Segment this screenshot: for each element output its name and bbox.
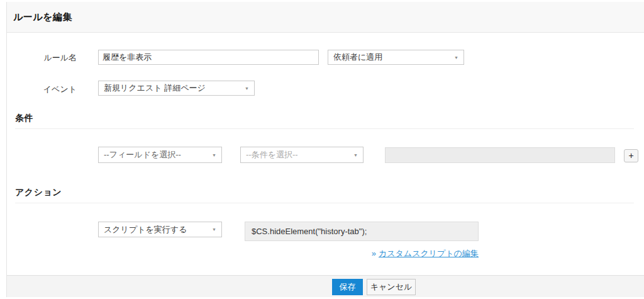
condition-field-placeholder: --フィールドを選択-- bbox=[104, 149, 181, 161]
condition-value-input bbox=[385, 147, 615, 163]
save-button[interactable]: 保存 bbox=[332, 279, 363, 295]
edit-rule-page: ルールを編集 ルール名 依頼者に適用 ▼ イベント 新規リクエスト 詳細ページ … bbox=[0, 0, 644, 299]
cancel-button[interactable]: キャンセル bbox=[367, 279, 416, 295]
chevron-down-icon: ▼ bbox=[245, 86, 249, 91]
event-label: イベント bbox=[13, 84, 77, 95]
event-select[interactable]: 新規リクエスト 詳細ページ ▼ bbox=[98, 81, 255, 96]
footer-bar bbox=[7, 275, 644, 297]
conditions-divider bbox=[15, 128, 634, 129]
apply-to-value: 依頼者に適用 bbox=[333, 52, 382, 63]
chevron-down-icon: ▼ bbox=[353, 153, 358, 157]
condition-criteria-select[interactable]: --条件を選択-- ▼ bbox=[240, 147, 364, 163]
action-script-input[interactable] bbox=[245, 222, 479, 241]
rule-name-label: ルール名 bbox=[13, 52, 77, 64]
apply-to-select[interactable]: 依頼者に適用 ▼ bbox=[328, 50, 464, 65]
event-value: 新規リクエスト 詳細ページ bbox=[104, 82, 206, 94]
edit-custom-script-link[interactable]: カスタムスクリプトの編集 bbox=[379, 249, 479, 258]
condition-criteria-placeholder: --条件を選択-- bbox=[246, 149, 298, 161]
conditions-heading: 条件 bbox=[15, 113, 33, 124]
actions-heading: アクション bbox=[15, 187, 62, 198]
action-type-select[interactable]: スクリプトを実行する ▼ bbox=[98, 222, 222, 237]
condition-field-select[interactable]: --フィールドを選択-- ▼ bbox=[98, 147, 222, 163]
add-condition-button[interactable]: + bbox=[624, 149, 638, 162]
link-arrows-icon: » bbox=[372, 249, 376, 258]
edit-script-link-row: »カスタムスクリプトの編集 bbox=[245, 248, 479, 259]
rule-name-input[interactable] bbox=[98, 50, 319, 65]
action-type-value: スクリプトを実行する bbox=[104, 224, 187, 235]
chevron-down-icon: ▼ bbox=[212, 153, 216, 157]
page-title: ルールを編集 bbox=[7, 11, 72, 23]
actions-divider bbox=[15, 203, 634, 203]
panel-header: ルールを編集 bbox=[7, 2, 644, 33]
chevron-down-icon: ▼ bbox=[454, 55, 458, 60]
chevron-down-icon: ▼ bbox=[212, 227, 216, 232]
